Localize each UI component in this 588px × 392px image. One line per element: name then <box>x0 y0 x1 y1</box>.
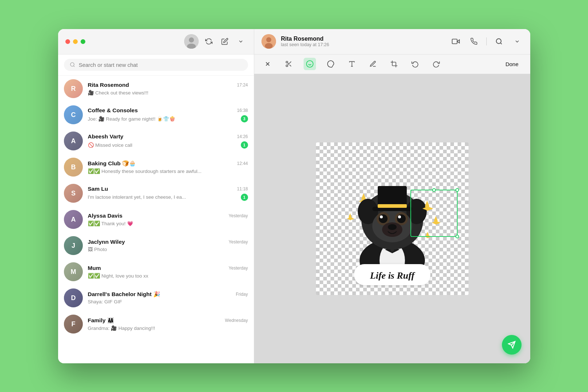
svg-text:R: R <box>71 85 76 92</box>
svg-text:D: D <box>71 294 76 302</box>
compose-icon[interactable] <box>219 36 231 47</box>
header-chevron-icon[interactable] <box>511 36 523 47</box>
chat-top: Family 👨‍👩‍👧 Wednesday <box>88 317 248 324</box>
chat-info: Abeesh Varty 14:26 🚫 Missed voice call 1 <box>88 133 248 149</box>
unread-badge: 1 <box>241 194 248 201</box>
chat-name: Sam Lu <box>88 186 108 192</box>
chat-avatar: D <box>64 288 83 307</box>
chat-avatar: F <box>64 315 83 334</box>
chat-info: Baking Club 🍞🧁 12:44 ✅✅ Honestly these s… <box>88 160 248 174</box>
chat-header-info: Rita Rosemond last seen today at 17:26 <box>281 36 445 47</box>
chat-bottom: 🎥 Check out these views!!! <box>88 90 248 96</box>
chat-time: 17:24 <box>237 82 248 88</box>
editor-area: Life is Ruff <box>254 74 530 363</box>
profile-avatar[interactable] <box>184 34 199 49</box>
chat-name: Darrell's Bachelor Night 🎉 <box>88 291 160 298</box>
chat-time: 16:38 <box>237 108 248 113</box>
refresh-icon[interactable] <box>203 36 215 47</box>
chat-top: Baking Club 🍞🧁 12:44 <box>88 160 248 167</box>
handle-bottom-right[interactable] <box>455 235 459 238</box>
chat-time: 14:26 <box>237 134 248 139</box>
chevron-down-icon[interactable] <box>235 36 247 47</box>
chat-top: Jaclynn Wiley Yesterday <box>88 239 248 245</box>
chat-name: Rita Rosemond <box>88 82 129 88</box>
chat-info: Jaclynn Wiley Yesterday 🖼 Photo <box>88 239 248 252</box>
editor-toolbar: Done <box>254 54 530 74</box>
svg-text:B: B <box>71 163 76 171</box>
chat-info: Sam Lu 11:18 I'm lactose intolerant yet,… <box>88 186 248 201</box>
svg-rect-28 <box>452 39 457 44</box>
close-editor-button[interactable] <box>261 58 274 70</box>
redo-toolbar-icon[interactable] <box>430 58 442 70</box>
send-button[interactable] <box>502 335 522 355</box>
chat-bottom: 🚫 Missed voice call 1 <box>88 141 248 149</box>
chat-bottom: I'm lactose intolerant yet, I see cheese… <box>88 194 248 201</box>
chat-time: Yesterday <box>229 266 248 271</box>
svg-point-1 <box>189 37 194 43</box>
header-search-icon[interactable] <box>493 36 505 47</box>
left-panel: R Rita Rosemond 17:24 🎥 Check out these … <box>58 29 254 363</box>
text-toolbar-icon[interactable] <box>346 58 358 70</box>
window-body: R Rita Rosemond 17:24 🎥 Check out these … <box>58 29 530 363</box>
chat-time: Yesterday <box>229 239 248 245</box>
traffic-lights <box>65 39 85 44</box>
emoji-toolbar-icon[interactable] <box>304 58 316 70</box>
crop-toolbar-icon[interactable] <box>388 58 400 70</box>
chat-name: Jaclynn Wiley <box>88 239 125 245</box>
chat-item-alyssa[interactable]: A Alyssa Davis Yesterday ✅✅ Thank you! 💗 <box>58 206 254 233</box>
close-button[interactable] <box>65 39 70 44</box>
chat-bottom: Shaya: GIF GIF <box>88 299 248 304</box>
chat-info: Rita Rosemond 17:24 🎥 Check out these vi… <box>88 82 248 96</box>
chat-header: Rita Rosemond last seen today at 17:26 <box>254 29 530 54</box>
svg-text:A: A <box>71 216 76 223</box>
search-input[interactable] <box>79 62 242 68</box>
selection-box[interactable] <box>410 190 458 237</box>
chat-top: Abeesh Varty 14:26 <box>88 133 248 140</box>
svg-point-25 <box>266 37 271 42</box>
chat-item-coffee[interactable]: C Coffee & Consoles 16:38 Joe: 🎥 Ready f… <box>58 102 254 128</box>
handle-top-right[interactable] <box>455 188 459 192</box>
search-wrapper[interactable] <box>64 59 248 71</box>
undo-toolbar-icon[interactable] <box>409 58 421 70</box>
chat-avatar: A <box>64 210 83 229</box>
chat-item-darrell[interactable]: D Darrell's Bachelor Night 🎉 Friday Shay… <box>58 285 254 311</box>
chat-top: Alyssa Davis Yesterday <box>88 213 248 219</box>
chat-time: Yesterday <box>229 213 248 218</box>
chat-avatar: S <box>64 184 83 203</box>
chat-preview: 🖼 Photo <box>88 247 248 252</box>
svg-point-32 <box>286 61 288 63</box>
svg-marker-27 <box>457 40 459 43</box>
chat-avatar: J <box>64 236 83 255</box>
sticker-toolbar-icon[interactable] <box>325 58 337 70</box>
chat-preview: 🚫 Missed voice call <box>88 142 238 148</box>
right-panel: Rita Rosemond last seen today at 17:26 <box>254 29 530 363</box>
chat-top: Rita Rosemond 17:24 <box>88 82 248 88</box>
svg-rect-61 <box>378 204 407 208</box>
chat-avatar: B <box>64 158 83 177</box>
phone-call-icon[interactable] <box>468 36 480 47</box>
chat-item-mum[interactable]: M Mum Yesterday ✅✅ Night, love you too x… <box>58 259 254 285</box>
done-button[interactable]: Done <box>501 59 523 69</box>
chat-item-jaclyn[interactable]: J Jaclynn Wiley Yesterday 🖼 Photo <box>58 233 254 259</box>
chat-header-actions <box>450 36 523 47</box>
chat-item-sam[interactable]: S Sam Lu 11:18 I'm lactose intolerant ye… <box>58 180 254 206</box>
contact-status: last seen today at 17:26 <box>281 42 445 47</box>
svg-line-35 <box>289 65 291 66</box>
chat-time: Friday <box>236 292 248 297</box>
chat-item-family[interactable]: F Family 👨‍👩‍👧 Wednesday Grandma: 🎥 Happ… <box>58 311 254 337</box>
chat-name: Baking Club 🍞🧁 <box>88 160 136 167</box>
svg-point-37 <box>306 61 313 67</box>
chat-item-abeesh[interactable]: A Abeesh Varty 14:26 🚫 Missed voice call… <box>58 128 254 154</box>
handle-top-center[interactable] <box>432 188 436 192</box>
fullscreen-button[interactable] <box>81 39 85 44</box>
video-call-icon[interactable] <box>450 36 462 47</box>
chat-name: Family 👨‍👩‍👧 <box>88 317 114 324</box>
chat-item-rita[interactable]: R Rita Rosemond 17:24 🎥 Check out these … <box>58 76 254 102</box>
scissors-icon[interactable] <box>283 58 295 70</box>
chat-bottom: 🖼 Photo <box>88 247 248 252</box>
chat-item-baking[interactable]: B Baking Club 🍞🧁 12:44 ✅✅ Honestly these… <box>58 154 254 180</box>
chat-bottom: Joe: 🎥 Ready for game night!! 🍺👕🍿 3 <box>88 115 248 122</box>
pen-toolbar-icon[interactable] <box>367 58 379 70</box>
minimize-button[interactable] <box>73 39 78 44</box>
chat-list: R Rita Rosemond 17:24 🎥 Check out these … <box>58 76 254 363</box>
